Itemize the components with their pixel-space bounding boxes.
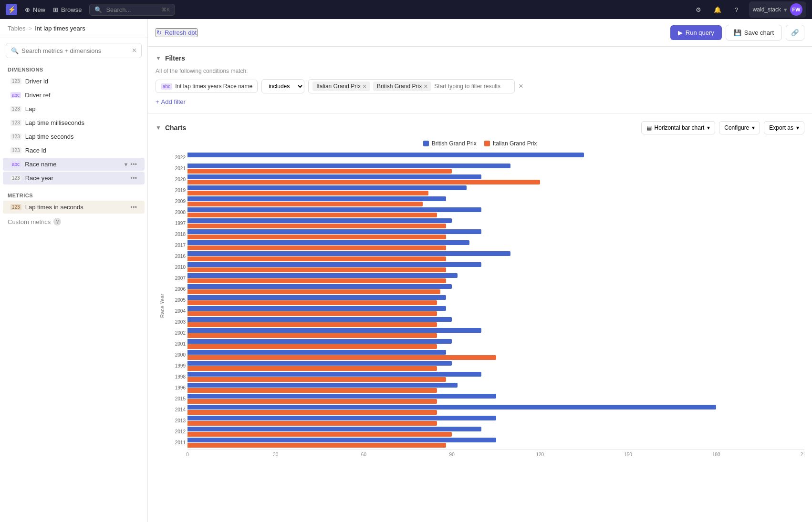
bar-group-2015: 2015 xyxy=(169,394,804,404)
race-year-options[interactable]: ••• xyxy=(130,174,137,182)
dimension-race-id[interactable]: 123 Race id xyxy=(3,144,145,157)
new-button[interactable]: ⊕ New xyxy=(25,6,45,13)
filter-row: abc Int lap times years Race name includ… xyxy=(156,79,804,93)
settings-icon[interactable]: ⚙ xyxy=(692,3,705,16)
metric-options[interactable]: ••• xyxy=(130,204,137,211)
dimension-driver-ref[interactable]: abc Driver ref xyxy=(3,89,145,102)
italian-bar-row xyxy=(187,256,804,261)
chart-toggle: ▼ xyxy=(156,124,161,131)
race-name-options[interactable]: ••• xyxy=(130,161,137,168)
main-content: ↻ Refresh dbt ▶ Run query 💾 Save chart 🔗 xyxy=(148,19,812,522)
bars-pair xyxy=(187,405,804,415)
bar-year-label: 2008 xyxy=(169,210,186,215)
bar-year-label: 2010 xyxy=(169,265,186,270)
run-icon: ▶ xyxy=(678,29,683,36)
bar-group-2014: 2014 xyxy=(169,405,804,415)
british-bar-row xyxy=(187,164,804,168)
bars-pair xyxy=(187,383,804,393)
british-bar xyxy=(187,164,510,168)
help-icon[interactable]: ? xyxy=(730,3,743,16)
sidebar-search[interactable]: 🔍 × xyxy=(6,43,142,58)
bar-group-2020: 2020 xyxy=(169,174,804,184)
filter-operator[interactable]: includes excludes equals xyxy=(261,79,304,93)
search-clear-button[interactable]: × xyxy=(132,46,136,55)
italian-bar-row xyxy=(187,213,804,217)
british-bar-row xyxy=(187,350,804,355)
italian-bar xyxy=(187,388,437,393)
dimension-lap[interactable]: 123 Lap xyxy=(3,102,145,115)
british-bar xyxy=(187,383,458,388)
bar-year-label: 2022 xyxy=(169,155,186,160)
filter-tag-british-remove[interactable]: × xyxy=(424,82,427,90)
configure-button[interactable]: Configure ▾ xyxy=(719,121,760,134)
italian-bar-row xyxy=(187,410,804,415)
x-tick: 0 xyxy=(186,452,189,457)
bars-pair xyxy=(187,306,804,316)
refresh-button[interactable]: ↻ Refresh dbt xyxy=(156,28,198,37)
export-button[interactable]: Export as ▾ xyxy=(764,121,804,134)
bars-pair xyxy=(187,295,804,305)
app-logo: ⚡ xyxy=(6,4,17,15)
chart-inner: 2022202120202019200920081997201820172016… xyxy=(169,153,804,459)
legend-italian-dot xyxy=(484,141,490,146)
filter-tag-italian-remove[interactable]: × xyxy=(363,82,366,90)
filters-header[interactable]: ▼ Filters xyxy=(156,54,804,62)
filter-search-input[interactable] xyxy=(434,83,510,90)
italian-bar xyxy=(187,355,496,360)
italian-bar-row xyxy=(187,202,804,206)
dimension-race-year[interactable]: 123 Race year ••• xyxy=(3,172,145,184)
filter-field-label: Int lap times years Race name xyxy=(175,83,252,90)
user-menu[interactable]: wald_stack ▾ FW xyxy=(749,1,806,18)
run-query-button[interactable]: ▶ Run query xyxy=(670,25,722,40)
italian-bar xyxy=(187,289,440,294)
bars-pair xyxy=(187,185,804,195)
italian-bar xyxy=(187,410,437,415)
british-bar-row xyxy=(187,427,804,431)
global-search[interactable]: 🔍 Search... ⌘K xyxy=(89,4,175,16)
bar-group-2002: 2002 xyxy=(169,328,804,338)
dimension-driver-id[interactable]: 123 Driver id xyxy=(3,75,145,88)
x-tick: 150 xyxy=(624,452,632,457)
british-bar xyxy=(187,328,481,333)
filter-tag-italian: Italian Grand Prix × xyxy=(312,82,370,91)
filter-delete-button[interactable]: × xyxy=(519,82,523,91)
italian-bar xyxy=(187,344,437,349)
bars-pair xyxy=(187,229,804,239)
filters-title: Filters xyxy=(165,54,185,62)
chart-type-button[interactable]: ▤ Horizontal bar chart ▾ xyxy=(641,121,716,134)
filter-field[interactable]: abc Int lap times years Race name xyxy=(156,80,258,93)
conditions-text: All of the following conditions match: xyxy=(156,68,804,74)
add-filter-button[interactable]: + Add filter xyxy=(156,98,804,105)
dimension-lap-time-milliseconds[interactable]: 123 Lap time milliseconds xyxy=(3,116,145,129)
browse-button[interactable]: ⊞ Browse xyxy=(53,6,82,13)
chart-type-chevron: ▾ xyxy=(707,124,710,131)
british-bar-row xyxy=(187,196,804,201)
bar-group-2021: 2021 xyxy=(169,164,804,174)
custom-metrics-help[interactable]: ? xyxy=(53,218,61,225)
british-bar-row xyxy=(187,317,804,322)
italian-bar-row xyxy=(187,180,804,184)
metric-lap-times[interactable]: 123 Lap times in seconds ••• xyxy=(3,201,145,214)
bar-group-1998: 1998 xyxy=(169,372,804,382)
breadcrumb-parent[interactable]: Tables xyxy=(8,25,26,32)
custom-metrics-label: Custom metrics xyxy=(8,218,51,225)
italian-bar-row xyxy=(187,191,804,195)
filters-toggle: ▼ xyxy=(156,55,161,61)
save-chart-button[interactable]: 💾 Save chart xyxy=(726,25,782,41)
bars-pair xyxy=(187,273,804,283)
british-bar xyxy=(187,251,510,256)
search-input[interactable] xyxy=(21,47,129,54)
bar-group-2022: 2022 xyxy=(169,153,804,163)
chart-type-label: Horizontal bar chart xyxy=(655,124,705,131)
dimension-lap-time-seconds[interactable]: 123 Lap time seconds xyxy=(3,130,145,143)
italian-bar xyxy=(187,399,437,404)
dimension-race-name[interactable]: abc Race name ▼ ••• xyxy=(3,158,145,171)
british-bar xyxy=(187,427,481,431)
link-button[interactable]: 🔗 xyxy=(786,25,804,41)
italian-bar xyxy=(187,278,446,283)
bar-group-2000: 2000 xyxy=(169,350,804,360)
notifications-icon[interactable]: 🔔 xyxy=(711,3,724,16)
british-bar-row xyxy=(187,185,804,190)
chart-header: ▼ Charts ▤ Horizontal bar chart ▾ Config… xyxy=(156,121,804,134)
italian-bar-row xyxy=(187,432,804,437)
